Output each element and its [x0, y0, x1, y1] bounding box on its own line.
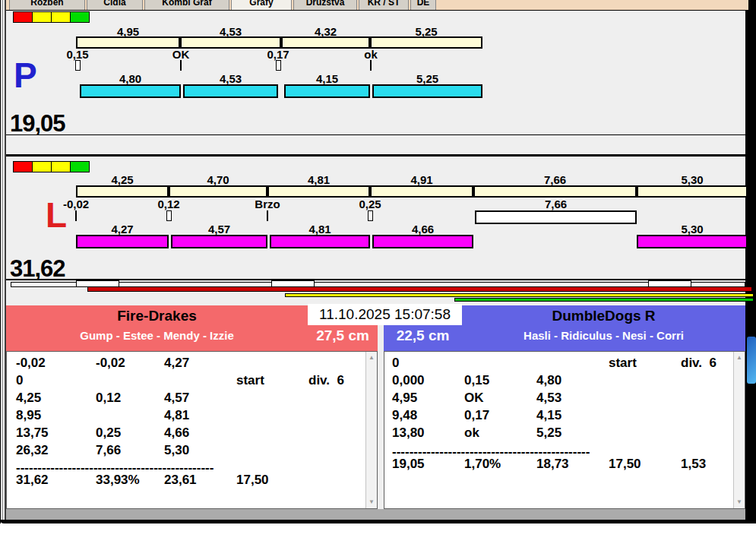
lane-l-lower-split-label: 4,66	[372, 223, 473, 236]
lane-p-lower-split-label: 4,53	[183, 72, 278, 85]
lane-l-lower-split-label: 4,57	[171, 223, 267, 236]
team-left-dogs: Gump - Estee - Mendy - Izzie	[6, 329, 308, 342]
lane-p-lower-split-bar	[183, 84, 278, 98]
team-left-scrollbar[interactable]: ▲▼	[365, 352, 377, 508]
lane-p-upper-split-bar	[76, 36, 180, 49]
table-cell: 0,12	[96, 391, 121, 406]
lane-p-lower-split-bar	[372, 84, 482, 98]
table-summary-cell: 17,50	[236, 473, 269, 488]
table-cell: OK	[464, 391, 484, 406]
scrollbar-up-icon[interactable]: ▲	[366, 353, 377, 363]
dog-run-progress-bar	[285, 293, 754, 297]
lane-l-lower-split-label: 5,30	[637, 223, 748, 236]
lane-p-sensor-tick-line	[180, 60, 182, 71]
table-summary-cell: 1,53	[681, 457, 706, 472]
lane-p-change-mark-label: ok	[346, 48, 395, 61]
table-cell: -0,02	[96, 356, 125, 371]
table-summary-cell: 17,50	[609, 457, 641, 472]
team-right-results-table[interactable]: 0startdiv. 60,0000,154,804,95OK4,539,480…	[384, 351, 745, 509]
team-right-name: DumbleDogs R	[462, 308, 745, 324]
lane-p-sensor-tick-box	[276, 60, 281, 71]
scrollbar-down-icon[interactable]: ▼	[366, 497, 377, 508]
lane-p-light-cell	[70, 11, 90, 23]
flyball-timing-app-window: RozběhČidlaKombi GrafGrafyDružstvaKR / S…	[0, 0, 756, 544]
lane-p-upper-split-bar	[281, 36, 370, 49]
tab-grafy[interactable]: Grafy	[231, 0, 292, 10]
team-right-scrollbar[interactable]: ▲▼	[733, 352, 745, 508]
table-cell: 0,17	[464, 408, 489, 423]
table-cell: 4,95	[392, 391, 417, 406]
table-cell: 4,66	[164, 425, 189, 441]
table-cell: ok	[464, 425, 479, 441]
lane-l-upper-split-bar	[370, 185, 473, 198]
lane-l-change-mark-label: -0,02	[52, 198, 100, 210]
lane-l-lower-split-label: 4,27	[76, 223, 169, 236]
table-cell: 4,80	[536, 373, 561, 388]
desktop-background-strip	[745, 10, 756, 523]
lane-p-light-cell	[51, 11, 71, 23]
table-cell: 4,53	[536, 391, 561, 406]
team-right-dogs: Hasli - Ridiculus - Nesi - Corri	[462, 329, 745, 342]
table-cell: 7,66	[96, 443, 121, 458]
lane-l-change-mark-label: 0,25	[346, 198, 394, 210]
lane-l-upper-split-label: 5,30	[637, 173, 748, 186]
lane-p-letter: P	[14, 58, 37, 93]
table-cell: 0	[16, 373, 23, 388]
dog-run-progress-bar	[454, 298, 754, 302]
table-cell: 0,15	[464, 373, 489, 388]
window-left-border	[0, 0, 6, 523]
desktop-corner	[748, 0, 756, 10]
table-summary-cell: 23,61	[164, 473, 197, 488]
table-summary-cell: 18,73	[536, 457, 569, 472]
table-cell: 0,25	[96, 425, 121, 441]
lane-l-sensor-tick-line	[75, 210, 77, 221]
lane-l-upper-split-bar	[76, 185, 169, 198]
scrollbar-down-icon[interactable]: ▼	[734, 497, 745, 508]
lane-l-change-mark-label: Brzo	[243, 198, 292, 210]
table-summary-cell: 33,93%	[96, 473, 140, 488]
lane-l-start-lights	[14, 161, 90, 172]
lane-l-light-cell	[32, 161, 52, 172]
lane-l-lower-split-bar	[372, 235, 473, 248]
tab-rozb-h[interactable]: Rozběh	[9, 0, 85, 10]
tab-de[interactable]: DE	[410, 0, 436, 10]
table-summary-cell: 31,62	[16, 473, 49, 488]
table-cell: 4,57	[164, 391, 189, 406]
scrollbar-up-icon[interactable]: ▲	[734, 353, 745, 363]
lane-p-light-cell	[32, 11, 52, 23]
lane-l-lower-split-bar	[270, 235, 370, 248]
lane-p-lower-split-bar	[284, 84, 370, 98]
lane-l-upper-split-label: 7,66	[473, 173, 637, 186]
team-left-results-table[interactable]: -0,02-0,024,270startdiv. 64,250,124,578,…	[6, 351, 378, 509]
team-left-name: Fire-Drakes	[6, 308, 308, 324]
lane-p-upper-split-bar	[180, 36, 281, 49]
lane-p-sensor-tick-line	[370, 60, 372, 71]
lane-l-light-cell	[70, 161, 90, 172]
table-cell: 4,27	[164, 356, 189, 371]
tab-kr-st[interactable]: KR / ST	[359, 0, 409, 10]
lane-p-lower-split-label: 4,15	[284, 72, 370, 85]
lane-l-lower-split-bar	[637, 235, 748, 248]
panel-top-line	[6, 10, 745, 11]
lane-p-total-time: 19,05	[10, 110, 65, 138]
datetime-display: 11.10.2025 15:07:58	[308, 304, 462, 325]
lane-l-upper-split-label: 4,70	[169, 173, 267, 186]
lane-l-upper-split-bar	[637, 185, 748, 198]
table-cell: 26,32	[16, 443, 49, 458]
lane-l-light-cell	[51, 161, 71, 172]
table-cell: 4,25	[16, 391, 41, 406]
table-cell: 4,15	[536, 408, 561, 423]
lane-l-sensor-tick-box	[368, 210, 373, 221]
table-cell: -0,02	[16, 356, 46, 371]
lane-p-light-cell	[13, 11, 33, 23]
tab-idla[interactable]: Čidla	[87, 0, 143, 10]
lane-l-top-line	[6, 154, 745, 157]
tab-kombi-graf[interactable]: Kombi Graf	[144, 0, 229, 10]
lane-l-total-time: 31,62	[10, 255, 65, 283]
table-cell: 0,000	[392, 373, 425, 388]
desktop-icon-fragment	[747, 337, 756, 384]
lane-p-bottom-line	[6, 134, 745, 135]
table-cell: 0	[392, 356, 399, 371]
tab-dru-stva[interactable]: Družstva	[293, 0, 357, 10]
lane-p-change-mark-label: OK	[157, 48, 205, 61]
